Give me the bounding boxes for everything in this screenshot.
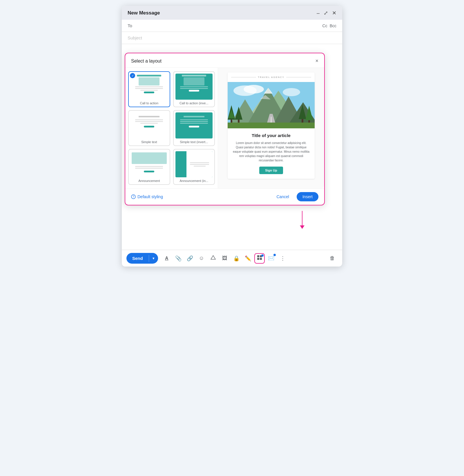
compose-title: New Message — [128, 10, 160, 16]
attach-button[interactable]: 📎 — [173, 253, 184, 264]
svg-rect-30 — [260, 258, 262, 260]
layout-item-announce-label: Announcement — [138, 179, 160, 183]
to-label: To — [128, 23, 136, 28]
mail-button-dot — [273, 254, 276, 256]
compose-header: New Message – ⤢ ✕ — [122, 6, 342, 20]
styling-icon: ? — [131, 194, 136, 199]
signature-icon: ✏️ — [245, 255, 251, 262]
to-field-row: To Cc Bcc — [122, 20, 342, 32]
layout-dialog-close-button[interactable]: × — [315, 58, 318, 64]
compose-window: New Message – ⤢ ✕ To Cc Bcc Select a lay… — [122, 6, 342, 267]
signature-button[interactable]: ✏️ — [243, 253, 253, 264]
layout-dialog: Select a layout × ✓ — [125, 53, 325, 205]
bcc-button[interactable]: Bcc — [330, 23, 336, 28]
preview-panel: TRAVEL AGENCY — [218, 68, 324, 188]
subject-field-row — [122, 32, 342, 44]
layout-thumbnail-announce — [130, 151, 168, 177]
more-options-button[interactable]: ⋮ — [278, 253, 288, 264]
image-icon: 🖼 — [222, 255, 227, 261]
layout-button[interactable] — [254, 253, 265, 264]
layout-button-dot — [261, 254, 264, 257]
emoji-icon: ☺ — [199, 255, 204, 261]
layout-item-cta[interactable]: ✓ Call t — [128, 71, 170, 107]
formatting-icon: A — [165, 256, 168, 261]
layout-item-simple[interactable]: Simple text — [128, 110, 170, 146]
layout-item-simple-inv-label: Simple text (invert... — [180, 140, 208, 144]
link-button[interactable]: 🔗 — [185, 253, 195, 264]
layout-item-cta-inv-label: Call to action (inve... — [180, 101, 209, 105]
footer-actions: Cancel Insert — [272, 192, 318, 201]
preview-hero-image — [228, 82, 315, 128]
preview-card: TRAVEL AGENCY — [228, 72, 315, 179]
maximize-button[interactable]: ⤢ — [324, 10, 328, 16]
svg-text:?: ? — [133, 195, 134, 198]
send-dropdown-button[interactable]: ▾ — [149, 253, 158, 263]
preview-cta-button[interactable]: Sign Up — [259, 167, 283, 174]
send-button-group: Send ▾ — [126, 253, 158, 264]
selected-check-icon: ✓ — [130, 73, 135, 78]
mail-icon: ✉️ — [268, 255, 274, 262]
layout-thumbnail-cta-inv — [175, 74, 213, 100]
send-dropdown-icon: ▾ — [153, 256, 155, 260]
cc-button[interactable]: Cc — [322, 23, 327, 28]
layout-item-simple-label: Simple text — [141, 140, 157, 144]
lock-icon: 🔒 — [233, 255, 240, 262]
svg-rect-27 — [257, 255, 259, 257]
arrow-annotation — [300, 211, 304, 229]
cancel-button[interactable]: Cancel — [272, 192, 294, 201]
preview-content: Title of your article Lorem ipsum dolor … — [228, 128, 315, 179]
layout-item-cta-inv[interactable]: Call to action (inve... — [173, 71, 215, 107]
send-button[interactable]: Send — [126, 253, 149, 264]
subject-input[interactable] — [128, 35, 336, 40]
minimize-button[interactable]: – — [317, 10, 320, 16]
layout-thumbnail-cta — [130, 74, 168, 100]
layout-item-announce-inv-label: Announcement (in... — [180, 179, 208, 183]
emoji-button[interactable]: ☺ — [196, 253, 207, 264]
compose-body: Select a layout × ✓ — [122, 44, 342, 250]
drive-button[interactable] — [208, 253, 218, 264]
layout-item-simple-inv[interactable]: Simple text (invert... — [173, 110, 215, 146]
default-styling-button[interactable]: ? Default styling — [131, 194, 163, 199]
compose-header-actions: – ⤢ ✕ — [317, 10, 336, 16]
svg-point-3 — [283, 88, 300, 96]
layout-item-cta-label: Call to action — [140, 101, 158, 105]
insert-button[interactable]: Insert — [297, 192, 318, 201]
layout-thumbnail-simple-inv — [175, 112, 213, 138]
formatting-button[interactable]: A — [162, 253, 172, 264]
layout-item-announce[interactable]: Announcement — [128, 149, 170, 185]
preview-article-title: Title of your article — [232, 133, 310, 138]
drive-icon — [211, 255, 216, 262]
lock-button[interactable]: 🔒 — [231, 253, 242, 264]
layout-item-announce-inv[interactable]: Announcement (in... — [173, 149, 215, 185]
svg-point-2 — [244, 85, 264, 94]
preview-article-body: Lorem ipsum dolor sit amet consectetur a… — [232, 141, 310, 163]
layout-grid-panel: ✓ Call t — [125, 68, 218, 188]
close-button[interactable]: ✕ — [332, 10, 336, 16]
layout-dialog-body: ✓ Call t — [125, 68, 324, 188]
delete-icon: 🗑 — [330, 255, 335, 261]
compose-toolbar: Send ▾ A 📎 🔗 ☺ 🖼 � — [122, 250, 342, 267]
link-icon: 🔗 — [187, 255, 193, 262]
to-field-actions: Cc Bcc — [322, 23, 336, 28]
preview-logo: TRAVEL AGENCY — [228, 72, 315, 82]
layout-dialog-header: Select a layout × — [125, 53, 324, 68]
svg-marker-26 — [211, 256, 215, 259]
svg-rect-23 — [228, 123, 315, 128]
more-icon: ⋮ — [280, 255, 285, 262]
to-input[interactable] — [139, 23, 320, 28]
layout-dialog-title: Select a layout — [131, 59, 162, 64]
attach-icon: 📎 — [175, 255, 182, 262]
layout-grid: ✓ Call t — [128, 71, 215, 185]
layout-thumbnail-simple — [130, 112, 168, 138]
mail-button[interactable]: ✉️ — [266, 253, 276, 264]
layout-thumbnail-announce-inv — [175, 151, 213, 177]
delete-button[interactable]: 🗑 — [327, 253, 338, 264]
svg-rect-29 — [257, 258, 259, 260]
image-button[interactable]: 🖼 — [220, 253, 230, 264]
layout-dialog-footer: ? Default styling Cancel Insert — [125, 188, 324, 205]
